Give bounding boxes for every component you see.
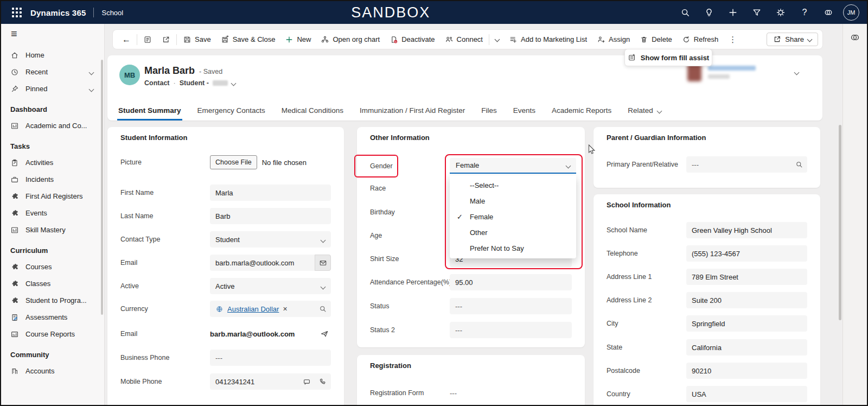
- sidebar-item-first-aid-registers[interactable]: First Aid Registers: [1, 188, 104, 205]
- record-avatar[interactable]: MB: [119, 65, 140, 85]
- connect-chevron-button[interactable]: [490, 35, 504, 44]
- add-icon[interactable]: [724, 4, 742, 21]
- first-name-input[interactable]: Marla: [210, 185, 331, 201]
- status-2-input[interactable]: ---: [450, 322, 572, 338]
- chat-icon[interactable]: [303, 378, 311, 386]
- address-line-2-input[interactable]: Suite 200: [686, 292, 807, 308]
- filter-icon[interactable]: [748, 4, 766, 21]
- help-icon[interactable]: ?: [795, 4, 814, 21]
- sidebar-item-course-reports[interactable]: Course Reports: [1, 326, 104, 342]
- choose-file-button[interactable]: Choose File: [210, 155, 257, 169]
- sidebar-item-events[interactable]: Events: [1, 205, 104, 221]
- email2-value[interactable]: barb.marla@outlook.com: [210, 326, 331, 342]
- currency-lookup[interactable]: Australian Dollar ×: [210, 301, 331, 317]
- sidebar-scrollbar[interactable]: [101, 60, 103, 315]
- gender-option-other[interactable]: Other: [450, 225, 576, 240]
- chevron-down-icon[interactable]: [794, 69, 800, 75]
- chevron-down-icon[interactable]: [90, 68, 93, 76]
- state-input[interactable]: California: [686, 339, 807, 356]
- sidebar-item-home[interactable]: Home: [1, 47, 104, 64]
- attendance-percentage-input[interactable]: 95.00: [450, 274, 572, 290]
- city-input[interactable]: Springfield: [686, 315, 807, 332]
- hamburger-menu-icon[interactable]: ≡: [1, 24, 104, 40]
- form-fill-assist-label: Show form fill assist: [641, 54, 709, 62]
- send-email-icon[interactable]: [320, 329, 329, 338]
- copilot-icon[interactable]: [846, 29, 864, 46]
- gender-option-female[interactable]: ✓Female: [450, 209, 576, 225]
- active-select[interactable]: Active: [210, 278, 331, 294]
- sidebar-item-incidents[interactable]: Incidents: [1, 171, 104, 188]
- primary-parent-relative-lookup[interactable]: ---: [686, 156, 807, 173]
- settings-gear-icon[interactable]: [771, 4, 790, 21]
- tab-files[interactable]: Files: [480, 106, 498, 120]
- save-close-button[interactable]: Save & Close: [216, 33, 280, 47]
- lookup-search-icon[interactable]: [319, 305, 327, 313]
- currency-link[interactable]: Australian Dollar: [227, 305, 279, 313]
- search-icon[interactable]: [676, 4, 694, 21]
- show-form-fill-assist-button[interactable]: Show form fill assist: [624, 49, 712, 66]
- chevron-down-icon[interactable]: [231, 80, 236, 86]
- sidebar-item-recent[interactable]: Recent: [1, 64, 104, 80]
- sidebar-item-activities[interactable]: Activities: [1, 154, 104, 171]
- sidebar-item-classes[interactable]: Classes: [1, 275, 104, 292]
- lookup-search-icon[interactable]: [795, 161, 803, 168]
- assign-button[interactable]: Assign: [592, 33, 635, 47]
- tab-medical-conditions[interactable]: Medical Conditions: [280, 106, 344, 120]
- telephone-input[interactable]: (555) 123-4567: [686, 245, 807, 262]
- open-org-chart-button[interactable]: Open org chart: [316, 33, 385, 47]
- business-phone-input[interactable]: ---: [210, 350, 331, 366]
- sidebar-item-pinned[interactable]: Pinned: [1, 80, 104, 97]
- sidebar-item-accounts[interactable]: Accounts: [1, 363, 104, 379]
- sidebar-item-assessments[interactable]: Assessments: [1, 309, 104, 326]
- user-avatar[interactable]: JM: [843, 4, 859, 21]
- delete-button[interactable]: Delete: [635, 33, 677, 47]
- refresh-button[interactable]: Refresh: [677, 33, 724, 47]
- last-name-input[interactable]: Barb: [210, 208, 331, 224]
- app-launcher-icon[interactable]: [12, 8, 22, 17]
- share-button[interactable]: Share: [767, 33, 818, 46]
- gender-option-male[interactable]: Male: [450, 193, 576, 209]
- mobile-phone-input[interactable]: 0412341241: [210, 373, 331, 390]
- chevron-down-icon[interactable]: [90, 85, 93, 93]
- remove-value-icon[interactable]: ×: [283, 304, 287, 313]
- envelope-icon[interactable]: [315, 255, 331, 271]
- postalcode-input[interactable]: 90210: [686, 363, 807, 379]
- phone-icon[interactable]: [318, 378, 327, 386]
- save-button[interactable]: Save: [178, 33, 216, 47]
- more-commands-icon[interactable]: ⋮: [723, 35, 742, 45]
- add-to-marketing-list-button[interactable]: Add to Marketing List: [504, 33, 592, 47]
- gender-select[interactable]: Female: [450, 158, 576, 174]
- email-input[interactable]: barb.marla@outlook.com: [210, 255, 331, 271]
- form-selector-icon[interactable]: [138, 33, 157, 47]
- sidebar-item-academic-dashboard[interactable]: Academic and Co...: [1, 117, 104, 134]
- app-name[interactable]: School: [101, 9, 123, 17]
- contact-type-select[interactable]: Student: [210, 231, 331, 248]
- tab-related[interactable]: Related: [627, 106, 662, 120]
- back-button[interactable]: ←: [117, 32, 136, 47]
- popout-icon[interactable]: [157, 33, 175, 47]
- tab-emergency-contacts[interactable]: Emergency Contacts: [196, 106, 266, 120]
- school-name-input[interactable]: Green Valley High School: [686, 222, 807, 238]
- building-icon: [10, 367, 19, 376]
- sidebar-item-skill-mastery[interactable]: Skill Mastery: [1, 221, 104, 238]
- deactivate-button[interactable]: Deactivate: [385, 33, 439, 47]
- address-line-1-input[interactable]: 789 Elm Street: [686, 269, 807, 285]
- sidebar-item-student-to-program[interactable]: Student to Progra...: [1, 292, 104, 309]
- connect-button[interactable]: Connect: [440, 33, 488, 47]
- country-input[interactable]: USA: [686, 386, 807, 402]
- record-subtitle: Contact · Student -: [144, 79, 235, 87]
- content-scrollbar[interactable]: [839, 125, 841, 320]
- gender-option-select[interactable]: --Select--: [450, 177, 576, 193]
- tab-academic-reports[interactable]: Academic Reports: [551, 106, 612, 120]
- tab-immunization-first-aid-register[interactable]: Immunization / First Aid Register: [359, 106, 466, 120]
- sidebar-item-label: Academic and Co...: [25, 122, 87, 130]
- status-input[interactable]: ---: [450, 298, 572, 314]
- copilot-icon[interactable]: [819, 4, 838, 21]
- tab-student-summary[interactable]: Student Summary: [117, 106, 182, 120]
- gender-option-prefer-not-to-say[interactable]: Prefer Not to Say: [450, 240, 576, 256]
- sidebar-item-courses[interactable]: Courses: [1, 258, 104, 275]
- lightbulb-icon[interactable]: [700, 4, 718, 21]
- registration-form-value[interactable]: ---: [450, 385, 572, 401]
- new-button[interactable]: New: [280, 33, 316, 47]
- tab-events[interactable]: Events: [512, 106, 537, 120]
